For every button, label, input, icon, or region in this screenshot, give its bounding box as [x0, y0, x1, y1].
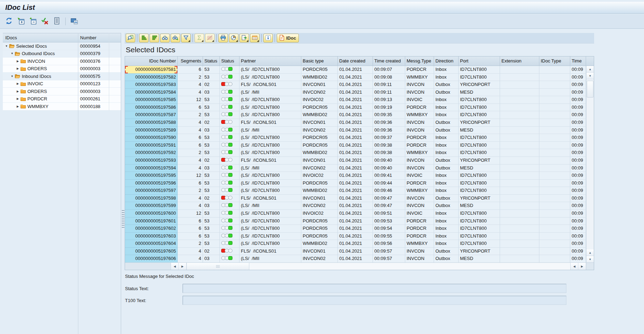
chevron-down-icon[interactable]: ▼ [4, 45, 9, 48]
cell-time[interactable]: 00:09 [570, 218, 586, 225]
print-button[interactable] [218, 34, 228, 42]
table-row[interactable]: 0000000005197587253(LS/ /ID7CLNT800WMMBI… [125, 111, 594, 119]
info-button[interactable] [263, 34, 273, 42]
cell-time_created[interactable]: 00:09:07 [373, 66, 405, 74]
horizontal-scrollbar[interactable]: ◀ ▶ ◀ ▶ [125, 262, 594, 270]
cell-time_created[interactable]: 00:09:36 [373, 127, 405, 134]
cell-basic_type[interactable]: WMMBID02 [301, 149, 338, 157]
cell-port[interactable]: ID7CLNT800 [459, 180, 500, 187]
cell-partner[interactable]: (LS/ /ID7CLNT800 [239, 66, 301, 74]
cell-extension[interactable] [500, 134, 539, 142]
table-row[interactable]: 0000000005197582253(LS/ /ID7CLNT800WMMBI… [125, 74, 594, 81]
vertical-scrollbar-thumb[interactable] [587, 81, 593, 98]
cell-date_created[interactable]: 01.04.2021 [338, 104, 373, 112]
cell-status[interactable]: 53 [203, 172, 220, 180]
cell-partner[interactable]: (LS/ /ID7CLNT800 [239, 233, 301, 240]
cell-segments[interactable]: 4 [178, 195, 203, 202]
cell-extension[interactable] [500, 225, 539, 233]
scroll-left-icon-right[interactable]: ◀ [571, 263, 578, 270]
cell-status_icon[interactable] [220, 255, 239, 263]
cell-basic_type[interactable]: WMMBID02 [301, 240, 338, 248]
sort-asc-button[interactable] [139, 34, 149, 42]
cell-partner[interactable]: (LS/ /ID7CLNT800 [239, 142, 301, 149]
cell-time_created[interactable]: 00:09:53 [373, 218, 405, 225]
cell-date_created[interactable]: 01.04.2021 [338, 81, 373, 89]
check-delete-button[interactable] [40, 16, 50, 26]
cell-basic_type[interactable]: INVCON02 [301, 202, 338, 210]
cell-direction[interactable]: Inbox [434, 134, 459, 142]
tree-item-selected-idocs[interactable]: ▼Selected IDocs00000954 [3, 42, 121, 50]
cell-port[interactable]: MESD [459, 165, 500, 172]
cell-segments[interactable]: 12 [178, 210, 203, 218]
t100-text-field[interactable] [183, 296, 566, 305]
cell-time[interactable]: 00:09 [570, 74, 586, 81]
cell-partner[interactable]: FLS/ /ICONLS01 [239, 157, 301, 165]
cell-port[interactable]: ID7CLNT800 [459, 210, 500, 218]
cell-status_icon[interactable] [220, 134, 239, 142]
cell-status[interactable]: 53 [203, 149, 220, 157]
cell-port[interactable]: ID7CLNT800 [459, 218, 500, 225]
cell-port[interactable]: ID7CLNT800 [459, 225, 500, 233]
cell-partner[interactable]: (LS/ /ID7CLNT800 [239, 104, 301, 112]
cell-direction[interactable]: Inbox [434, 96, 459, 104]
table-row[interactable]: 0000000005197596653(LS/ /ID7CLNT800PORDC… [125, 180, 594, 187]
cell-messg_type[interactable]: INVCON [405, 81, 434, 89]
cell-basic_type[interactable]: PORDCR05 [301, 134, 338, 142]
cell-time[interactable]: 00:09 [570, 233, 586, 240]
cell-status_icon[interactable] [220, 187, 239, 195]
scroll-up-icon[interactable]: ▲ [586, 66, 594, 73]
table-row[interactable]: 00000000051975951253(LS/ /ID7CLNT800INVO… [125, 172, 594, 180]
cell-segments[interactable]: 2 [178, 111, 203, 119]
table-row[interactable]: 0000000005197597253(LS/ /ID7CLNT800WMMBI… [125, 187, 594, 195]
cell-date_created[interactable]: 01.04.2021 [338, 149, 373, 157]
cell-partner[interactable]: FLS/ /ICONLS01 [239, 195, 301, 202]
cell-direction[interactable]: Inbox [434, 240, 459, 248]
cell-idoc_number[interactable]: 0000000005197597 [125, 187, 178, 195]
cell-status_icon[interactable] [220, 127, 239, 134]
cell-time[interactable]: 00:09 [570, 111, 586, 119]
cell-port[interactable]: ID7CLNT800 [459, 111, 500, 119]
export-button[interactable] [239, 34, 249, 42]
cell-partner[interactable]: (LS/ /ID7CLNT800 [239, 134, 301, 142]
cell-idoc_type[interactable] [539, 96, 570, 104]
cell-idoc_number[interactable]: 0000000005197602 [125, 225, 178, 233]
cell-time[interactable]: 00:09 [570, 165, 586, 172]
cell-extension[interactable] [500, 111, 539, 119]
cell-idoc_number[interactable]: 0000000005197592 [125, 149, 178, 157]
cell-messg_type[interactable]: INVOIC [405, 96, 434, 104]
cell-direction[interactable]: Outbox [434, 81, 459, 89]
tree-item-pordcr[interactable]: ▶PORDCR00000261 [3, 95, 121, 103]
expand-all-button[interactable] [16, 16, 26, 26]
cell-messg_type[interactable]: PORDCR [405, 218, 434, 225]
column-header-time_created[interactable]: Time created [373, 56, 405, 66]
cell-direction[interactable]: Inbox [434, 218, 459, 225]
cell-status_icon[interactable] [220, 104, 239, 112]
cell-status_icon[interactable] [220, 66, 239, 74]
cell-status[interactable]: 53 [203, 218, 220, 225]
table-row[interactable]: 0000000005197591653(LS/ /ID7CLNT800PORDC… [125, 142, 594, 149]
cell-messg_type[interactable]: PORDCR [405, 104, 434, 112]
idoc-button[interactable]: IDoc [277, 34, 299, 42]
cell-idoc_type[interactable] [539, 233, 570, 240]
cell-basic_type[interactable]: PORDCR05 [301, 218, 338, 225]
column-header-idoc_type[interactable]: IDoc Type [539, 56, 570, 66]
cell-status_icon[interactable] [220, 96, 239, 104]
cell-partner[interactable]: (LS/ /ID7CLNT800 [239, 74, 301, 81]
table-row[interactable]: 0000000005197589403(LS/ /MIIINVCON0201.0… [125, 127, 594, 134]
cell-idoc_type[interactable] [539, 195, 570, 202]
cell-status[interactable]: 02 [203, 119, 220, 127]
tree-item-inbound-idocs[interactable]: ▼Inbound IDocs00000575 [3, 73, 121, 80]
chevron-down-icon[interactable]: ▼ [10, 52, 14, 55]
cell-time_created[interactable]: 00:09:37 [373, 134, 405, 142]
cell-port[interactable]: ID7CLNT800 [459, 66, 500, 74]
cell-status[interactable]: 53 [203, 225, 220, 233]
cell-time_created[interactable]: 00:09:40 [373, 157, 405, 165]
cell-segments[interactable]: 6 [178, 233, 203, 240]
cell-segments[interactable]: 6 [178, 66, 203, 74]
cell-segments[interactable]: 2 [178, 149, 203, 157]
cell-status[interactable]: 53 [203, 134, 220, 142]
cell-port[interactable]: YRICONPORT [459, 248, 500, 255]
cell-time_created[interactable]: 00:09:51 [373, 210, 405, 218]
scroll-down-icon-bottom[interactable]: ▼ [586, 256, 594, 263]
log-button[interactable] [52, 16, 61, 26]
